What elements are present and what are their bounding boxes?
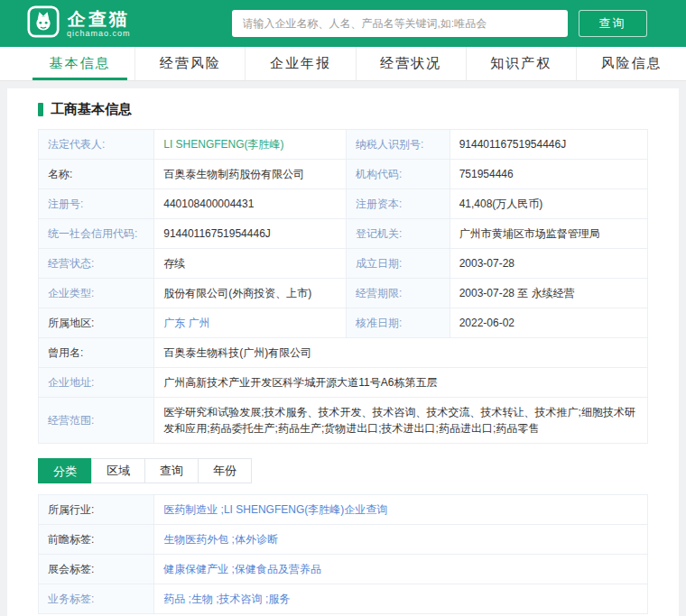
brand-logo[interactable]: 企查猫 qichamao.com — [27, 5, 131, 41]
filter-subtabs: 分类 区域 查询 年份 — [38, 458, 648, 483]
tags-table: 所属行业: 医药制造业 ;LI SHENGFENG(李胜峰)企业查询 前瞻标签:… — [38, 494, 648, 614]
field-label-status: 经营状态: — [39, 249, 154, 279]
table-row: 经营状态: 存续 成立日期: 2003-07-28 — [39, 249, 648, 279]
field-label-foresight-tags: 前瞻标签: — [39, 525, 154, 555]
page-title: 工商基本信息 — [51, 101, 132, 118]
subtab-year[interactable]: 年份 — [198, 458, 252, 483]
table-row: 名称: 百奥泰生物制药股份有限公司 机构代码: 751954446 — [39, 160, 648, 189]
field-value: 医药制造业 ;LI SHENGFENG(李胜峰)企业查询 — [154, 495, 648, 525]
info-card: 工商基本信息 法定代表人: LI SHENGFENG(李胜峰) 纳税人识别号: … — [7, 88, 679, 616]
table-row: 所属行业: 医药制造业 ;LI SHENGFENG(李胜峰)企业查询 — [39, 495, 648, 525]
tab-basic-info[interactable]: 基本信息 — [25, 47, 135, 80]
field-value: 股份有限公司(外商投资、上市) — [154, 279, 347, 308]
field-value: 百奥泰生物科技(广州)有限公司 — [154, 338, 648, 368]
field-label-established: 成立日期: — [346, 249, 450, 279]
separator: ; — [228, 533, 235, 546]
field-label-business-scope: 经营范围: — [39, 398, 154, 444]
cat-logo-icon — [27, 5, 60, 41]
field-label-reg-authority: 登记机关: — [346, 219, 450, 249]
search-button[interactable]: 查询 — [579, 10, 647, 37]
search-bar: 查询 — [232, 10, 647, 37]
field-value: 41,408(万人民币) — [450, 189, 647, 219]
field-value: 广州高新技术产业开发区科学城开源大道11号A6栋第五层 — [154, 368, 648, 398]
table-row: 企业类型: 股份有限公司(外商投资、上市) 经营期限: 2003-07-28 至… — [39, 279, 648, 308]
table-row: 经营范围: 医学研究和试验发展;技术服务、技术开发、技术咨询、技术交流、技术转让… — [39, 398, 648, 444]
tag-link[interactable]: 保健食品及营养品 — [235, 563, 321, 575]
field-value: 广东 广州 — [154, 308, 347, 338]
section-marker-icon — [38, 103, 43, 116]
field-label-former-name: 曾用名: — [39, 338, 154, 368]
search-input[interactable] — [232, 10, 568, 37]
field-label-region: 所属地区: — [39, 308, 154, 338]
field-value: 广州市黄埔区市场监督管理局 — [450, 219, 647, 249]
field-value: 生物医药外包 ;体外诊断 — [154, 525, 648, 555]
tag-link[interactable]: 服务 — [268, 593, 290, 605]
field-label-reg-number: 注册号: — [39, 189, 154, 219]
tag-link[interactable]: 生物医药外包 — [163, 533, 228, 546]
tab-annual-report[interactable]: 企业年报 — [246, 47, 356, 80]
field-label-business-tags: 业务标签: — [39, 584, 154, 614]
separator: ; — [218, 503, 224, 516]
legal-rep-link[interactable]: LI SHENGFENG(李胜峰) — [163, 138, 283, 151]
table-row: 前瞻标签: 生物医药外包 ;体外诊断 — [39, 525, 648, 555]
tag-link[interactable]: 体外诊断 — [235, 533, 278, 546]
field-value: 2003-07-28 至 永续经营 — [450, 279, 647, 308]
field-label-legal-rep: 法定代表人: — [39, 130, 154, 160]
separator: ; — [228, 563, 235, 575]
field-label-company-type: 企业类型: — [39, 279, 154, 308]
subtab-category[interactable]: 分类 — [38, 458, 92, 483]
section-header: 工商基本信息 — [38, 101, 648, 118]
nav-tabs: 基本信息 经营风险 企业年报 经营状况 知识产权 风险信息 — [0, 47, 686, 81]
field-value: 91440116751954446J — [154, 219, 347, 249]
field-label-exhibition-tags: 展会标签: — [39, 555, 154, 584]
field-value: 医学研究和试验发展;技术服务、技术开发、技术咨询、技术交流、技术转让、技术推广;… — [154, 398, 648, 444]
person-query-link[interactable]: LI SHENGFENG(李胜峰)企业查询 — [224, 503, 387, 516]
table-row: 统一社会信用代码: 91440116751954446J 登记机关: 广州市黄埔… — [39, 219, 648, 249]
separator: ; — [213, 593, 219, 605]
field-value: 存续 — [154, 249, 347, 279]
table-row: 展会标签: 健康保健产业 ;保健食品及营养品 — [39, 555, 648, 584]
table-row: 所属地区: 广东 广州 核准日期: 2022-06-02 — [39, 308, 648, 338]
field-label-business-term: 经营期限: — [346, 279, 450, 308]
table-row: 曾用名: 百奥泰生物科技(广州)有限公司 — [39, 338, 648, 368]
business-info-table: 法定代表人: LI SHENGFENG(李胜峰) 纳税人识别号: 9144011… — [38, 129, 648, 444]
main-content: 工商基本信息 法定代表人: LI SHENGFENG(李胜峰) 纳税人识别号: … — [0, 81, 686, 616]
field-value: 百奥泰生物制药股份有限公司 — [154, 160, 347, 189]
region-link[interactable]: 广东 广州 — [163, 317, 209, 329]
tab-business-risk[interactable]: 经营风险 — [135, 47, 246, 80]
subtab-region[interactable]: 区域 — [91, 458, 145, 483]
field-label-taxpayer-id: 纳税人识别号: — [346, 130, 450, 160]
industry-link[interactable]: 医药制造业 — [163, 503, 218, 516]
table-row: 业务标签: 药品 ;生物 ;技术咨询 ;服务 — [39, 584, 648, 614]
field-value: 440108400004431 — [154, 189, 347, 219]
brand-domain: qichamao.com — [67, 29, 131, 38]
subtab-query[interactable]: 查询 — [144, 458, 199, 483]
field-value: 2022-06-02 — [450, 308, 647, 338]
top-header: 企查猫 qichamao.com 查询 — [0, 0, 686, 47]
tag-link[interactable]: 生物 — [191, 593, 213, 605]
field-label-company-name: 名称: — [39, 160, 154, 189]
tag-link[interactable]: 药品 — [163, 593, 185, 605]
field-value: 药品 ;生物 ;技术咨询 ;服务 — [154, 584, 648, 614]
field-label-credit-code: 统一社会信用代码: — [39, 219, 154, 249]
tag-link[interactable]: 技术咨询 — [219, 593, 263, 605]
tab-intellectual-property[interactable]: 知识产权 — [467, 47, 577, 80]
field-label-address: 企业地址: — [39, 368, 154, 398]
tab-risk-info[interactable]: 风险信息 — [577, 47, 686, 80]
field-label-org-code: 机构代码: — [346, 160, 450, 189]
field-value: LI SHENGFENG(李胜峰) — [154, 130, 347, 160]
table-row: 法定代表人: LI SHENGFENG(李胜峰) 纳税人识别号: 9144011… — [39, 130, 648, 160]
table-row: 企业地址: 广州高新技术产业开发区科学城开源大道11号A6栋第五层 — [39, 368, 648, 398]
field-value: 91440116751954446J — [450, 130, 647, 160]
brand-name: 企查猫 — [67, 9, 131, 29]
field-value: 健康保健产业 ;保健食品及营养品 — [154, 555, 648, 584]
field-label-reg-capital: 注册资本: — [346, 189, 450, 219]
separator: ; — [185, 593, 191, 605]
field-value: 2003-07-28 — [450, 249, 647, 279]
tab-business-status[interactable]: 经营状况 — [357, 47, 467, 80]
table-row: 注册号: 440108400004431 注册资本: 41,408(万人民币) — [39, 189, 648, 219]
tag-link[interactable]: 健康保健产业 — [163, 563, 228, 575]
field-label-approval-date: 核准日期: — [346, 308, 450, 338]
field-label-industry: 所属行业: — [39, 495, 154, 525]
field-value: 751954446 — [450, 160, 647, 189]
